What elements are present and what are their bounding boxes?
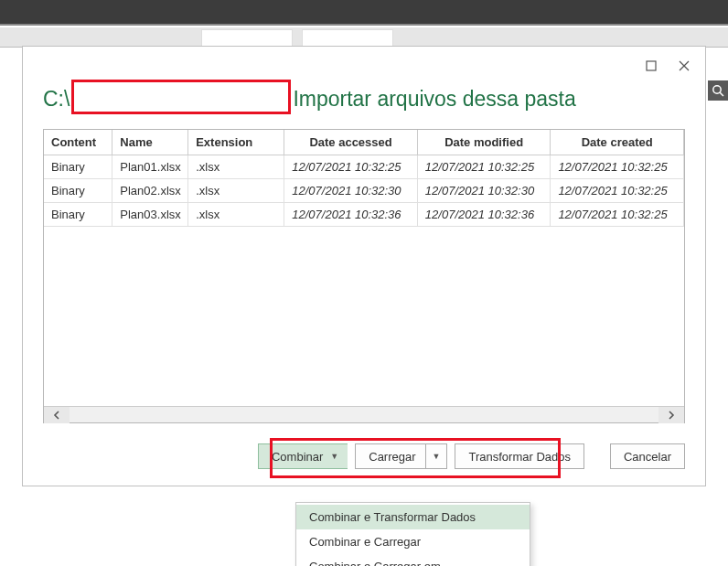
- svg-point-0: [713, 86, 721, 93]
- cell-modified: 12/07/2021 10:32:25: [417, 155, 551, 179]
- file-table-wrap: Content Name Extension Date accessed Dat…: [43, 129, 685, 423]
- cell-accessed: 12/07/2021 10:32:36: [284, 203, 418, 227]
- combinar-split-button[interactable]: Combinar ▼: [258, 443, 348, 469]
- col-header-modified[interactable]: Date modified: [417, 130, 551, 155]
- cell-name: Plan01.xlsx: [112, 155, 188, 179]
- dialog-title: Importar arquivos dessa pasta: [293, 87, 575, 112]
- cell-created: 12/07/2021 10:32:25: [551, 203, 684, 227]
- combinar-label: Combinar: [272, 450, 323, 464]
- cell-modified: 12/07/2021 10:32:36: [417, 203, 551, 227]
- cell-accessed: 12/07/2021 10:32:30: [284, 179, 418, 203]
- ribbon-bar: [0, 0, 728, 26]
- table-row[interactable]: Binary Plan03.xlsx .xlsx 12/07/2021 10:3…: [44, 203, 684, 227]
- dialog-title-row: C:\ Importar arquivos dessa pasta: [43, 81, 685, 116]
- search-icon[interactable]: [708, 80, 728, 101]
- svg-line-1: [720, 92, 723, 96]
- col-header-accessed[interactable]: Date accessed: [284, 130, 418, 155]
- dialog-button-row: Combinar ▼ Carregar ▼ Transformar Dados …: [43, 443, 685, 469]
- cell-content: Binary: [44, 179, 112, 203]
- path-redacted-box: [71, 80, 291, 114]
- ribbon-field-2: [302, 29, 393, 48]
- cell-created: 12/07/2021 10:32:25: [551, 155, 684, 179]
- ribbon-field-1: [201, 29, 293, 48]
- cell-content: Binary: [44, 203, 112, 227]
- close-button[interactable]: [676, 58, 692, 74]
- carregar-split-button[interactable]: Carregar ▼: [355, 443, 447, 469]
- col-header-name[interactable]: Name: [112, 130, 188, 155]
- cell-accessed: 12/07/2021 10:32:25: [284, 155, 418, 179]
- carregar-button[interactable]: Carregar: [355, 443, 424, 469]
- chevron-down-icon: ▼: [330, 452, 338, 461]
- dropdown-item-combinar-transformar[interactable]: Combinar e Transformar Dados: [296, 505, 530, 529]
- col-header-created[interactable]: Date created: [551, 130, 684, 155]
- col-header-content[interactable]: Content: [44, 130, 112, 155]
- scroll-left-button[interactable]: [44, 407, 70, 423]
- carregar-label: Carregar: [369, 450, 415, 464]
- dropdown-item-combinar-carregar[interactable]: Combinar e Carregar: [296, 529, 530, 554]
- table-row[interactable]: Binary Plan02.xlsx .xlsx 12/07/2021 10:3…: [44, 179, 684, 203]
- cell-ext: .xlsx: [188, 179, 284, 203]
- combinar-dropdown-menu: Combinar e Transformar Dados Combinar e …: [295, 502, 530, 566]
- scroll-right-button[interactable]: [658, 407, 684, 423]
- cell-created: 12/07/2021 10:32:25: [551, 179, 684, 203]
- cancelar-button[interactable]: Cancelar: [610, 443, 685, 469]
- table-empty-space: [44, 227, 684, 404]
- chevron-down-icon: ▼: [433, 452, 441, 461]
- cell-name: Plan02.xlsx: [112, 179, 188, 203]
- cell-content: Binary: [44, 155, 112, 179]
- transformar-label: Transformar Dados: [468, 450, 571, 464]
- horizontal-scrollbar[interactable]: [44, 406, 684, 422]
- dropdown-item-combinar-carregar-em[interactable]: Combinar e Carregar em...: [296, 554, 530, 566]
- col-header-extension[interactable]: Extension: [188, 130, 284, 155]
- cell-ext: .xlsx: [188, 203, 284, 227]
- table-row[interactable]: Binary Plan01.xlsx .xlsx 12/07/2021 10:3…: [44, 155, 684, 179]
- combinar-button[interactable]: Combinar ▼: [258, 443, 348, 469]
- cell-modified: 12/07/2021 10:32:30: [417, 179, 551, 203]
- path-prefix: C:\: [43, 87, 70, 112]
- carregar-dropdown-arrow[interactable]: ▼: [425, 443, 448, 469]
- file-table: Content Name Extension Date accessed Dat…: [44, 130, 684, 227]
- maximize-button[interactable]: [643, 58, 659, 74]
- cell-ext: .xlsx: [188, 155, 284, 179]
- cancelar-label: Cancelar: [624, 450, 671, 464]
- spacer: [592, 443, 603, 469]
- table-header-row: Content Name Extension Date accessed Dat…: [44, 130, 684, 155]
- transformar-button[interactable]: Transformar Dados: [455, 443, 584, 469]
- svg-rect-2: [647, 61, 656, 70]
- cell-name: Plan03.xlsx: [112, 203, 188, 227]
- import-folder-dialog: C:\ Importar arquivos dessa pasta Conten…: [22, 46, 706, 486]
